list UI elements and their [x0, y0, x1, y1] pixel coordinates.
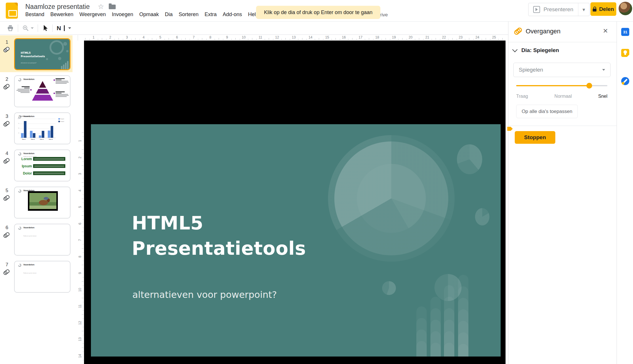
hruler-tick — [140, 39, 140, 40]
mini-dot-deco — [66, 50, 68, 52]
mini-bar-deco — [61, 66, 62, 70]
hruler-number: 9 — [224, 35, 230, 39]
document-title[interactable]: Naamloze presentatie — [25, 3, 90, 11]
list-word: Dolor — [17, 171, 32, 175]
callout-text-line — [20, 92, 30, 93]
zoom-dropdown-caret[interactable] — [31, 27, 34, 29]
presentation-canvas[interactable]: HTML5 Presentatietools alternatieven voo… — [84, 41, 506, 364]
logo-inner-rect — [8, 10, 17, 17]
callout-right — [56, 91, 69, 97]
transition-applied-icon — [3, 269, 11, 276]
panel-divider — [508, 126, 617, 126]
slide-thumbnail-3[interactable]: VoordelenPoints scored255075100Team 1Tea… — [14, 112, 70, 144]
menu-invoegen[interactable]: Invoegen — [112, 12, 133, 18]
share-button[interactable]: Delen — [590, 2, 616, 16]
hruler-number: 1 — [91, 35, 96, 39]
chart-legend-item: Period 2 — [58, 121, 64, 122]
vruler-number: 8 — [78, 254, 84, 260]
menu-dia[interactable]: Dia — [165, 12, 173, 18]
transition-type-select[interactable]: Spiegelen — [513, 63, 611, 77]
slide-number: 3 — [3, 114, 10, 119]
slide-thumbnail-5[interactable]: Voordelen — [14, 187, 70, 219]
deco-pie-mid-right — [475, 208, 489, 225]
menu-bestand[interactable]: Bestand — [25, 12, 44, 18]
text-tool[interactable]: N — [57, 25, 71, 32]
vruler-number: 3 — [78, 171, 84, 177]
stop-button[interactable]: Stoppen — [515, 131, 555, 144]
menu-addons[interactable]: Add-ons — [223, 12, 242, 18]
list-green-bar — [33, 164, 65, 168]
vruler-tick — [82, 281, 83, 282]
deco-pie-top-right — [457, 144, 482, 174]
menu-sorteren[interactable]: Sorteren — [179, 12, 199, 18]
chart-bar — [30, 131, 33, 138]
hruler-tick — [465, 39, 465, 40]
hruler-tick — [352, 38, 352, 40]
select-tool[interactable] — [42, 25, 48, 32]
slider-knob[interactable] — [586, 83, 592, 89]
slides-logo-icon[interactable] — [6, 3, 18, 19]
slide-thumbnail-6[interactable]: VoordelenPubliceren op het internet — [14, 224, 70, 256]
current-slide[interactable]: HTML5 Presentatietools alternatieven voo… — [91, 124, 501, 357]
mini-video-frame — [28, 191, 58, 211]
vruler-tick — [82, 149, 83, 150]
thumbnail-content: VoordelenPubliceren op het internetLorem… — [15, 150, 70, 181]
slide-thumbnail-4[interactable]: VoordelenPubliceren op het internetLorem… — [14, 150, 70, 181]
zoom-button[interactable] — [22, 25, 34, 32]
star-icon[interactable]: ☆ — [98, 3, 104, 10]
print-button[interactable] — [7, 25, 14, 32]
vruler-tick — [83, 294, 83, 294]
apply-all-button[interactable]: Op alle dia's toepassen — [516, 105, 578, 118]
close-icon[interactable]: ✕ — [603, 28, 608, 35]
speed-slider[interactable] — [516, 85, 607, 86]
hruler-tick — [356, 39, 357, 40]
vruler-number: 12 — [78, 320, 84, 326]
hruler-tick — [423, 39, 424, 40]
vruler-tick — [83, 186, 83, 187]
slide-subtitle[interactable]: alternatieven voor powerpoint? — [132, 289, 277, 300]
text-tool-caret[interactable] — [68, 27, 71, 29]
hruler-number: 21 — [424, 35, 430, 39]
slide-title[interactable]: HTML5 Presentatietools — [132, 210, 306, 261]
present-button[interactable]: Presenteren ▼ — [528, 3, 590, 16]
deco-bar-segment — [444, 343, 454, 357]
hruler-tick — [319, 38, 319, 40]
keep-icon[interactable] — [621, 49, 629, 57]
slide-thumbnail-2[interactable]: Voordelen — [14, 75, 70, 107]
folder-icon[interactable] — [109, 5, 116, 9]
horizontal-ruler: 1234567891011121314151617181920212223242… — [84, 35, 506, 41]
chart-bar — [39, 135, 41, 138]
menu-weergeven[interactable]: Weergeven — [79, 12, 106, 18]
hruler-tick — [181, 39, 182, 40]
hruler-tick — [119, 38, 119, 40]
vruler-tick — [82, 215, 83, 216]
slide-thumbnail-1[interactable]: HTML5Presentatietoolsalternatieven voor … — [14, 38, 70, 70]
present-dropdown[interactable]: ▼ — [578, 3, 590, 16]
slide-transition-section[interactable]: Dia: Spiegelen — [513, 47, 559, 53]
callout-text-line — [18, 89, 30, 89]
chart-xlabel: Team 4 — [49, 139, 53, 140]
hruler-tick — [106, 39, 106, 40]
section-label: Dia: Spiegelen — [521, 47, 559, 53]
hruler-tick — [135, 38, 136, 40]
hruler-tick — [365, 39, 365, 40]
slide-number: 5 — [3, 188, 10, 194]
hruler-tick — [473, 39, 474, 40]
hruler-tick — [156, 39, 157, 40]
avatar[interactable] — [619, 2, 632, 15]
hruler-tick — [89, 39, 90, 40]
menu-opmaak[interactable]: Opmaak — [139, 12, 159, 18]
hruler-number: 18 — [374, 35, 380, 39]
vruler-tick — [82, 232, 83, 232]
deco-circle-small — [382, 281, 396, 295]
vruler-tick — [82, 248, 83, 249]
deco-bar-segment — [416, 341, 427, 357]
vruler-number: 1 — [78, 138, 84, 144]
menu-extra[interactable]: Extra — [205, 12, 217, 18]
calendar-icon[interactable]: 31 — [621, 28, 629, 36]
slide-thumbnail-7[interactable]: VoordelenPubliceren op het internet — [14, 261, 70, 293]
menu-bewerken[interactable]: Bewerken — [50, 12, 73, 18]
tasks-icon[interactable] — [621, 77, 629, 85]
hruler-tick — [285, 38, 286, 40]
legend-swatch — [58, 118, 60, 120]
